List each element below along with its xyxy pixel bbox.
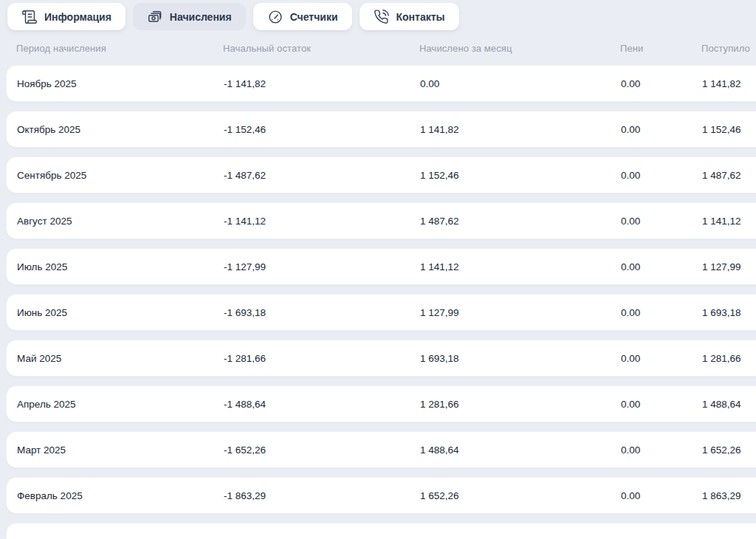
gauge-icon <box>267 9 284 25</box>
cell-accrued: 1 141,12 <box>420 261 459 272</box>
accruals-table: Ноябрь 2025 -1 141,82 0.00 0.00 1 141,82… <box>0 65 756 539</box>
cell-period: Февраль 2025 <box>17 490 83 501</box>
table-row[interactable]: Июнь 2025 -1 693,18 1 127,99 0.00 1 693,… <box>6 294 756 331</box>
table-row[interactable]: Ноябрь 2025 -1 141,82 0.00 0.00 1 141,82 <box>6 65 756 102</box>
cell-period: Апрель 2025 <box>17 399 76 410</box>
table-row-partial[interactable] <box>6 523 756 539</box>
table-row[interactable]: Март 2025 -1 652,26 1 488,64 0.00 1 652,… <box>6 431 756 468</box>
cell-opening-balance: -1 152,46 <box>224 124 266 135</box>
phone-icon <box>374 9 390 25</box>
cell-period: Июль 2025 <box>17 261 67 272</box>
table-header: Период начисления Начальный остаток Начи… <box>0 30 756 65</box>
cell-accrued: 1 693,18 <box>420 353 459 364</box>
cell-penalty: 0.00 <box>621 216 640 227</box>
cell-opening-balance: -1 281,66 <box>224 353 266 364</box>
column-header-penalty: Пени <box>620 42 643 53</box>
cell-period: Март 2025 <box>17 444 66 456</box>
cell-penalty: 0.00 <box>621 170 640 181</box>
cell-penalty: 0.00 <box>621 490 640 501</box>
cell-received: 1 652,26 <box>702 444 741 456</box>
tab-accruals[interactable]: Начисления <box>133 3 246 30</box>
column-header-period: Период начисления <box>16 42 106 53</box>
cell-accrued: 1 488,64 <box>420 444 459 456</box>
tab-contacts[interactable]: Контакты <box>360 3 459 30</box>
scroll-icon <box>21 9 38 25</box>
tab-accruals-label: Начисления <box>170 11 232 23</box>
cell-period: Ноябрь 2025 <box>17 78 77 89</box>
cell-received: 1 152,46 <box>702 124 741 135</box>
cell-opening-balance: -1 652,26 <box>224 444 266 456</box>
cell-received: 1 487,62 <box>702 170 741 181</box>
tab-information-label: Информация <box>44 11 111 23</box>
cell-period: Октябрь 2025 <box>17 124 80 135</box>
tab-bar: Информация Начисления Счетчики Контакты <box>0 0 756 30</box>
cell-accrued: 1 152,46 <box>420 170 459 181</box>
cell-opening-balance: -1 141,82 <box>224 78 266 89</box>
cell-period: Май 2025 <box>17 353 61 364</box>
cell-opening-balance: -1 488,64 <box>224 399 266 410</box>
column-header-opening-balance: Начальный остаток <box>223 42 311 53</box>
tab-information[interactable]: Информация <box>7 3 126 30</box>
table-row[interactable]: Апрель 2025 -1 488,64 1 281,66 0.00 1 48… <box>6 385 756 422</box>
cell-penalty: 0.00 <box>621 353 640 364</box>
table-row[interactable]: Февраль 2025 -1 863,29 1 652,26 0.00 1 8… <box>6 477 756 514</box>
cell-penalty: 0.00 <box>621 444 640 456</box>
cell-opening-balance: -1 863,29 <box>224 490 266 501</box>
table-row[interactable]: Май 2025 -1 281,66 1 693,18 0.00 1 281,6… <box>6 340 756 377</box>
cell-penalty: 0.00 <box>621 261 640 272</box>
cell-penalty: 0.00 <box>621 78 640 89</box>
cell-received: 1 127,99 <box>702 261 741 272</box>
tab-contacts-label: Контакты <box>396 11 445 23</box>
cell-received: 1 693,18 <box>702 307 741 318</box>
cell-opening-balance: -1 127,99 <box>224 261 266 272</box>
column-header-received: Поступило <box>701 42 750 53</box>
cell-opening-balance: -1 693,18 <box>224 307 266 318</box>
table-row[interactable]: Октябрь 2025 -1 152,46 1 141,82 0.00 1 1… <box>6 111 756 148</box>
cell-penalty: 0.00 <box>621 307 640 318</box>
cell-received: 1 863,29 <box>702 490 741 501</box>
cell-accrued: 1 141,82 <box>420 124 459 135</box>
cell-opening-balance: -1 141,12 <box>224 216 266 227</box>
table-row[interactable]: Сентябрь 2025 -1 487,62 1 152,46 0.00 1 … <box>6 157 756 193</box>
cell-penalty: 0.00 <box>621 399 640 410</box>
cell-opening-balance: -1 487,62 <box>224 170 266 181</box>
table-row[interactable]: Август 2025 -1 141,12 1 487,62 0.00 1 14… <box>6 202 756 239</box>
cell-received: 1 141,82 <box>702 78 741 89</box>
cell-received: 1 141,12 <box>702 216 741 227</box>
cell-period: Август 2025 <box>17 216 72 227</box>
cell-penalty: 0.00 <box>621 124 640 135</box>
tab-meters-label: Счетчики <box>290 11 338 23</box>
cell-accrued: 1 127,99 <box>420 307 459 318</box>
column-header-accrued: Начислено за месяц <box>419 42 512 53</box>
cell-accrued: 1 281,66 <box>420 399 459 410</box>
cell-accrued: 0.00 <box>420 78 439 89</box>
table-row[interactable]: Июль 2025 -1 127,99 1 141,12 0.00 1 127,… <box>6 248 756 285</box>
cell-period: Сентябрь 2025 <box>17 170 86 181</box>
cell-period: Июнь 2025 <box>17 307 67 318</box>
cell-received: 1 488,64 <box>702 399 741 410</box>
cell-received: 1 281,66 <box>702 353 741 364</box>
tab-meters[interactable]: Счетчики <box>253 3 352 30</box>
cell-accrued: 1 487,62 <box>420 216 459 227</box>
cell-accrued: 1 652,26 <box>420 490 459 501</box>
banknotes-icon <box>147 9 163 25</box>
